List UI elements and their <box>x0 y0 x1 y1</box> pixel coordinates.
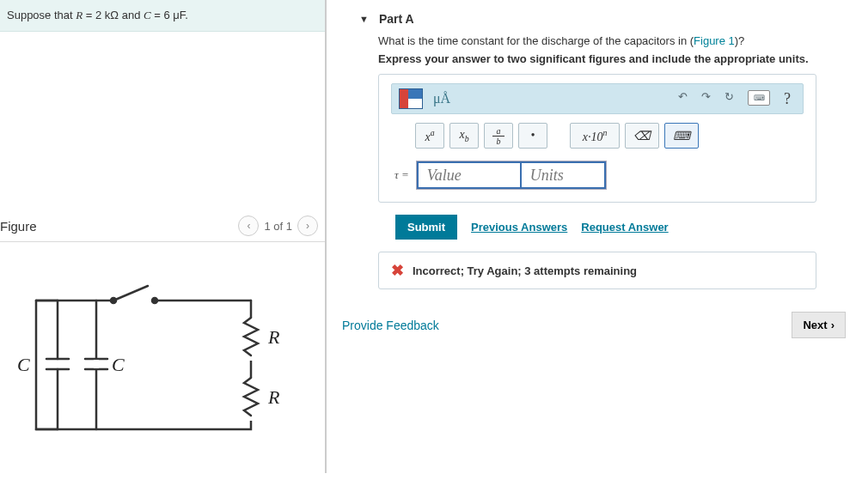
figure-label-C2: C <box>112 354 125 375</box>
toolbar-row-1: μÅ ↶ ↷ ↻ ⌨ ? <box>391 83 804 114</box>
tau-label: τ = <box>394 168 409 182</box>
backspace-button[interactable]: ⌫ <box>625 123 659 149</box>
undo-icon[interactable]: ↶ <box>678 90 688 108</box>
problem-statement: Suppose that R = 2 kΩ and C = 6 μF. <box>0 0 325 32</box>
part-title: Part A <box>379 12 414 26</box>
feedback-text: Incorrect; Try Again; 3 attempts remaini… <box>413 264 637 277</box>
figure-canvas: C C R R <box>0 242 325 473</box>
figure-pagination: ‹ 1 of 1 › <box>238 216 318 236</box>
question-text: What is the time constant for the discha… <box>378 34 846 47</box>
instruction-text: Express your answer to two significant f… <box>378 52 846 65</box>
submit-button[interactable]: Submit <box>395 215 457 240</box>
figure-label-R2: R <box>267 386 280 408</box>
figure-next-button[interactable]: › <box>297 216 318 236</box>
scientific-button[interactable]: x·10n <box>570 123 620 149</box>
fraction-button[interactable]: ab <box>484 123 513 149</box>
previous-answers-link[interactable]: Previous Answers <box>471 221 567 234</box>
template-picker-icon[interactable] <box>399 88 423 109</box>
toolbar-row-2: xa xb ab • x·10n ⌫ ⌨ <box>391 123 804 149</box>
svg-rect-2 <box>94 360 99 368</box>
keyboard-icon[interactable]: ⌨ <box>748 90 770 106</box>
redo-icon[interactable]: ↷ <box>701 90 711 108</box>
feedback-box: ✖ Incorrect; Try Again; 3 attempts remai… <box>378 252 816 289</box>
problem-text: Suppose that R = 2 kΩ and C = 6 μF. <box>7 9 188 21</box>
units-menu-button[interactable]: μÅ <box>433 91 450 106</box>
part-collapse-icon[interactable]: ▼ <box>359 14 369 24</box>
figure-heading: Figure <box>0 219 37 234</box>
subscript-button[interactable]: xb <box>449 123 479 149</box>
units-input[interactable]: Units <box>520 161 606 189</box>
help-icon[interactable]: ? <box>784 90 791 108</box>
figure-link[interactable]: Figure 1 <box>694 34 735 47</box>
keyboard-button[interactable]: ⌨ <box>664 123 699 149</box>
reset-icon[interactable]: ↻ <box>725 90 734 108</box>
incorrect-icon: ✖ <box>391 261 404 280</box>
figure-label-R1: R <box>267 326 280 348</box>
provide-feedback-link[interactable]: Provide Feedback <box>342 319 439 332</box>
value-input[interactable]: Value <box>417 161 520 189</box>
next-button[interactable]: Next› <box>792 312 846 338</box>
answer-panel: μÅ ↶ ↷ ↻ ⌨ ? xa xb ab • x·10n <box>378 74 816 203</box>
dot-button[interactable]: • <box>518 123 547 149</box>
figure-label-C1: C <box>17 354 30 375</box>
figure-page-label: 1 of 1 <box>264 220 292 233</box>
superscript-button[interactable]: xa <box>415 123 444 149</box>
chevron-right-icon: › <box>831 319 835 331</box>
figure-prev-button[interactable]: ‹ <box>238 216 259 236</box>
request-answer-link[interactable]: Request Answer <box>581 221 668 234</box>
